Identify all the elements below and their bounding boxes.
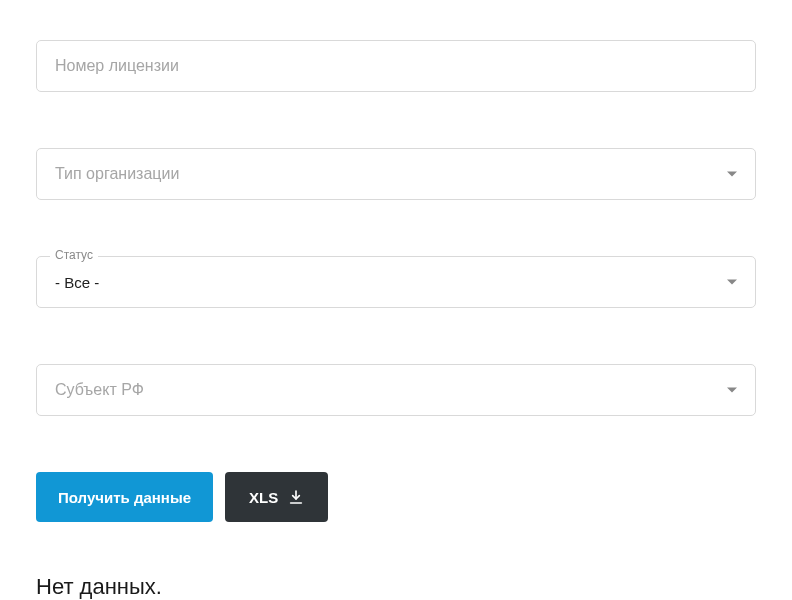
- org-type-field: Тип организации: [36, 148, 756, 200]
- chevron-down-icon: [727, 172, 737, 177]
- chevron-down-icon: [727, 280, 737, 285]
- license-number-input[interactable]: [36, 40, 756, 92]
- search-form: Тип организации Статус - Все - Субъект Р…: [36, 40, 756, 600]
- submit-button[interactable]: Получить данные: [36, 472, 213, 522]
- license-field: [36, 40, 756, 92]
- region-select[interactable]: Субъект РФ: [36, 364, 756, 416]
- status-field: Статус - Все -: [36, 256, 756, 308]
- export-xls-label: XLS: [249, 489, 278, 506]
- status-select[interactable]: - Все -: [36, 256, 756, 308]
- button-row: Получить данные XLS: [36, 472, 756, 522]
- empty-state-message: Нет данных.: [36, 574, 756, 600]
- status-value: - Все -: [55, 274, 99, 291]
- download-icon: [288, 489, 304, 505]
- region-placeholder: Субъект РФ: [55, 381, 144, 399]
- org-type-select[interactable]: Тип организации: [36, 148, 756, 200]
- region-field: Субъект РФ: [36, 364, 756, 416]
- chevron-down-icon: [727, 388, 737, 393]
- export-xls-button[interactable]: XLS: [225, 472, 328, 522]
- org-type-placeholder: Тип организации: [55, 165, 179, 183]
- status-label: Статус: [50, 248, 98, 262]
